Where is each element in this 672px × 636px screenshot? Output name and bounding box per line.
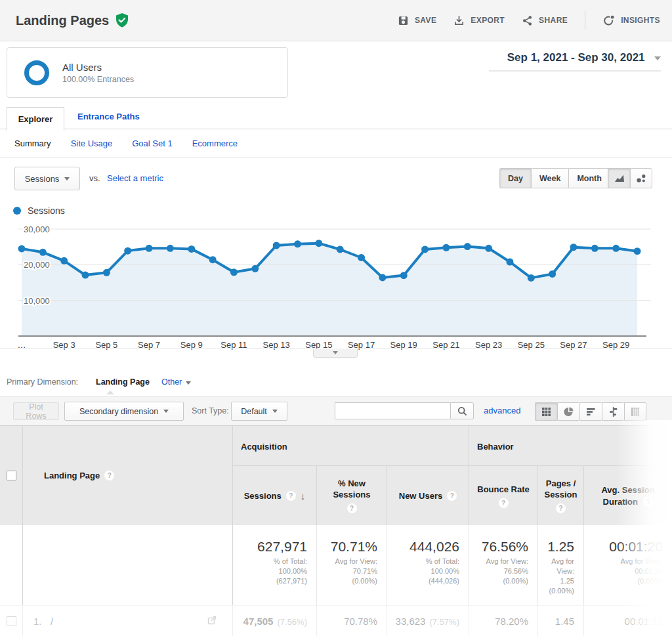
secondary-dimension-dropdown[interactable]: Secondary dimension [64, 402, 184, 421]
segment-card-all-users[interactable]: All Users 100.00% Entrances [7, 47, 288, 98]
tab-explorer[interactable]: Explorer [7, 107, 64, 131]
totals-bounce-rate: 76.56% Avg for View: 76.56% (0.00%) [469, 525, 538, 605]
table-search-input[interactable] [335, 402, 450, 419]
table-view-toggle [535, 402, 646, 421]
chart-type-toggle [608, 168, 652, 188]
selected-dimension-pointer [106, 391, 114, 394]
totals-new-users: 444,026 % of Total: 100.00% (444,026) [387, 525, 469, 605]
plot-rows-button[interactable]: Plot Rows [13, 402, 59, 420]
primary-dimension-other[interactable]: Other [161, 377, 191, 387]
help-icon[interactable] [556, 503, 566, 513]
row-checkbox[interactable] [7, 616, 16, 626]
save-button[interactable]: SAVE [398, 15, 436, 26]
help-icon[interactable] [643, 497, 653, 507]
totals-landing-page-cell [23, 525, 233, 605]
search-button[interactable] [450, 402, 474, 419]
totals-sessions: 627,971 % of Total: 100.00% (627,971) [233, 525, 317, 605]
granularity-day[interactable]: Day [499, 168, 531, 188]
shield-check-icon [116, 13, 129, 28]
pivot-view-button[interactable] [624, 402, 646, 421]
insights-icon [602, 14, 615, 27]
column-header-avg-session-duration[interactable]: Avg. Session Duration [584, 466, 672, 525]
sessions-chart[interactable]: 10,00020,00030,000…Sep 3Sep 5Sep 7Sep 9S… [0, 222, 672, 353]
subnav-summary[interactable]: Summary [14, 138, 51, 148]
metric-dropdown[interactable]: Sessions [14, 167, 80, 190]
open-in-new-icon[interactable] [207, 616, 217, 625]
pie-chart-icon [564, 407, 574, 417]
column-header-pct-new-sessions[interactable]: % New Sessions [317, 466, 387, 525]
column-header-pages-session[interactable]: Pages / Session [538, 466, 584, 525]
sort-descending-icon[interactable] [301, 490, 306, 501]
tab-entrance-paths[interactable]: Entrance Paths [77, 112, 140, 121]
select-all-cell [0, 426, 23, 525]
primary-dimension-landing-page[interactable]: Landing Page [96, 377, 150, 387]
search-icon [457, 406, 467, 416]
comparison-view-button[interactable] [602, 402, 624, 421]
help-icon[interactable] [499, 498, 509, 508]
landing-pages-report: Landing Pages SAVE EXPORT SHARE [0, 0, 672, 636]
chevron-down-icon [272, 410, 278, 413]
legend-label: Sessions [28, 205, 65, 216]
svg-text:10,000: 10,000 [24, 296, 50, 306]
chart-legend: Sessions [13, 205, 65, 216]
report-tabs: Explorer Entrance Paths [0, 102, 672, 129]
data-view-button[interactable] [535, 402, 557, 421]
row-index: 1. [33, 616, 51, 627]
column-header-sessions[interactable]: Sessions [233, 466, 317, 525]
performance-view-button[interactable] [579, 402, 602, 421]
insights-button[interactable]: INSIGHTS [602, 14, 660, 27]
svg-text:20,000: 20,000 [24, 260, 50, 270]
horizontal-bars-icon [586, 407, 596, 417]
subnav-ecommerce[interactable]: Ecommerce [192, 138, 238, 148]
segment-circle-icon [24, 60, 49, 85]
comparison-bars-icon [608, 407, 618, 417]
share-icon [522, 15, 533, 26]
granularity-week[interactable]: Week [531, 168, 568, 188]
group-header-behavior: Behavior [469, 426, 672, 466]
export-button[interactable]: EXPORT [453, 15, 505, 26]
line-chart-view-button[interactable] [608, 168, 630, 188]
granularity-month[interactable]: Month [568, 168, 610, 188]
column-header-landing-page[interactable]: Landing Page [23, 426, 233, 525]
segment-name: All Users [62, 62, 134, 73]
report-actions: SAVE EXPORT SHARE INSIGHTS [398, 0, 660, 41]
line-chart-icon [614, 173, 625, 183]
subnav-site-usage[interactable]: Site Usage [71, 138, 113, 148]
save-icon [398, 15, 409, 26]
row-new-users: 33,623(7.57%) [387, 605, 469, 636]
help-icon[interactable] [104, 471, 114, 480]
chevron-down-icon [186, 381, 191, 385]
row-bounce-rate: 78.20% [469, 605, 538, 636]
row-checkbox-cell [0, 605, 23, 636]
percentage-view-button[interactable] [557, 402, 579, 421]
share-button[interactable]: SHARE [522, 15, 568, 26]
motion-chart-view-button[interactable] [630, 168, 652, 188]
select-all-checkbox[interactable] [7, 471, 16, 480]
date-range-selector[interactable]: Sep 1, 2021 - Sep 30, 2021 [489, 51, 661, 72]
landing-pages-table: Landing Page Acquisition Behavior Sessio… [0, 425, 672, 636]
table-row-landing-page: 1. / [23, 605, 233, 636]
column-header-bounce-rate[interactable]: Bounce Rate [469, 466, 538, 525]
sort-type-label: Sort Type: [192, 406, 229, 415]
pivot-table-icon [631, 407, 640, 417]
subnav-goal-set-1[interactable]: Goal Set 1 [132, 138, 172, 148]
row-sessions: 47,505(7.56%) [233, 605, 317, 636]
page-title: Landing Pages [16, 13, 109, 28]
row-avg-session-duration: 00:01:12 [584, 605, 672, 636]
motion-chart-icon [636, 173, 646, 184]
segment-detail: 100.00% Entrances [62, 75, 134, 84]
sort-type-dropdown[interactable]: Default [231, 402, 287, 421]
chevron-down-icon [64, 177, 70, 180]
select-a-metric-link[interactable]: Select a metric [107, 173, 163, 183]
chart-collapse-handle[interactable] [313, 349, 358, 358]
help-icon[interactable] [347, 503, 357, 513]
help-icon[interactable] [447, 491, 457, 501]
row-pct-new-sessions: 70.78% [317, 605, 387, 636]
landing-page-link[interactable]: / [51, 616, 53, 627]
help-icon[interactable] [286, 491, 296, 501]
table-toolbar: Plot Rows Secondary dimension Sort Type:… [0, 396, 672, 425]
top-bar: Landing Pages SAVE EXPORT SHARE [0, 0, 672, 41]
advanced-search-link[interactable]: advanced [484, 406, 520, 415]
column-header-new-users[interactable]: New Users [387, 466, 469, 525]
primary-dimension-label: Primary Dimension: [7, 377, 78, 387]
